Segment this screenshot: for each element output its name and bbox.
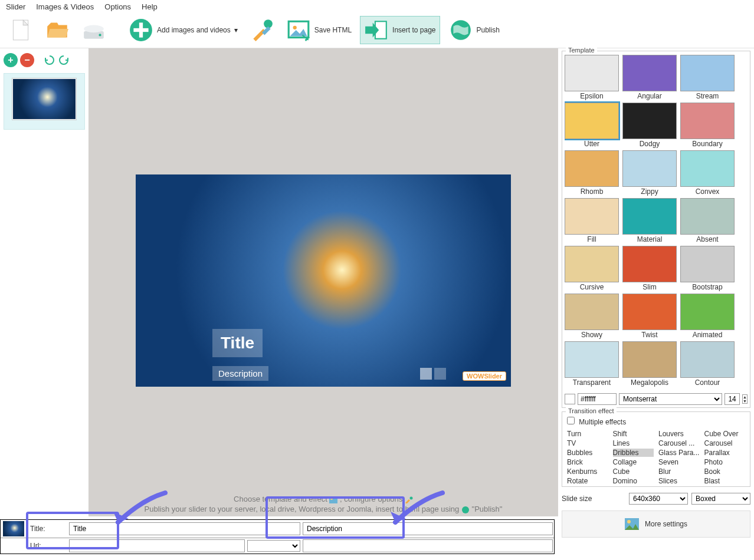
save-html-button[interactable]: Save HTML — [283, 17, 355, 44]
template-item[interactable]: Cursive — [565, 246, 619, 291]
template-thumb — [565, 246, 619, 282]
transition-item[interactable]: Carousel — [704, 439, 746, 447]
transition-item[interactable]: Lines — [613, 439, 654, 447]
url-input[interactable] — [69, 539, 245, 552]
template-item[interactable]: Transparent — [565, 341, 619, 387]
template-item[interactable]: Epsilon — [565, 55, 619, 100]
publish-label: Publish — [477, 26, 500, 34]
slide-thumbnail-selected[interactable] — [4, 73, 85, 130]
preview-description: Description — [212, 366, 268, 381]
transition-item[interactable]: Blur — [658, 467, 700, 476]
template-item[interactable]: Fill — [565, 198, 619, 243]
add-images-button[interactable]: Add images and videos ▾ — [125, 17, 241, 44]
template-item[interactable]: Twist — [622, 294, 677, 339]
menu-slider[interactable]: Slider — [6, 2, 25, 11]
slide-list-panel: + − — [0, 48, 88, 516]
transition-item[interactable]: TV — [567, 439, 608, 447]
transition-item[interactable]: Shift — [613, 430, 654, 438]
transition-item[interactable]: Book — [704, 467, 746, 476]
drive-icon — [81, 18, 106, 42]
tools-icon — [250, 18, 274, 42]
template-item[interactable]: Zippy — [622, 150, 677, 196]
template-thumb — [622, 103, 677, 139]
color-swatch[interactable] — [565, 394, 575, 404]
rotate-right-icon[interactable] — [58, 54, 70, 66]
font-select[interactable]: Montserrat — [619, 393, 722, 405]
template-item[interactable]: Absent — [680, 198, 735, 243]
menu-help[interactable]: Help — [142, 2, 158, 11]
open-button[interactable] — [41, 17, 73, 44]
template-item[interactable]: Utter — [565, 103, 619, 148]
title-input[interactable] — [69, 522, 300, 535]
color-input[interactable] — [578, 393, 617, 405]
transition-item[interactable]: Cube Over — [704, 430, 746, 438]
transition-item[interactable]: Photo — [704, 458, 746, 466]
slide-size-label: Slide size — [562, 495, 592, 503]
template-thumb — [565, 103, 619, 139]
transition-item[interactable]: Bubbles — [567, 449, 608, 457]
hint-text: Choose template and effect , configure o… — [88, 489, 558, 516]
url-target-select[interactable] — [247, 540, 300, 552]
font-size-input[interactable] — [725, 393, 740, 405]
template-thumb — [622, 246, 677, 282]
transition-item[interactable]: Carousel ... — [658, 439, 700, 447]
slide-size-row: Slide size 640x360 Boxed — [562, 493, 750, 505]
insert-to-page-button[interactable]: Insert to page — [360, 16, 440, 44]
transition-item[interactable]: Seven — [658, 458, 700, 466]
template-item[interactable]: Showy — [565, 294, 619, 339]
multiple-effects-checkbox[interactable]: Multiple effects — [567, 418, 626, 426]
template-item[interactable]: Bootstrap — [680, 246, 735, 291]
new-button[interactable] — [5, 17, 37, 44]
transition-item[interactable]: Domino — [613, 477, 654, 484]
font-size-up[interactable]: ▲ — [743, 395, 747, 399]
template-item[interactable]: Stream — [680, 55, 735, 100]
template-item[interactable]: Convex — [680, 150, 735, 196]
transition-item[interactable]: Glass Para... — [658, 449, 700, 457]
publish-button[interactable]: Publish — [445, 17, 503, 44]
template-thumb — [622, 294, 677, 330]
bottom-fields: Title: Url: — [0, 519, 555, 554]
template-item[interactable]: Megalopolis — [622, 341, 677, 387]
dropdown-icon: ▾ — [234, 26, 238, 34]
slide-size-select[interactable]: 640x360 — [629, 493, 688, 505]
template-item[interactable]: Slim — [622, 246, 677, 291]
transition-item[interactable]: Slices — [658, 477, 700, 484]
transition-scroll[interactable]: TurnShiftLouversCube OverTVLinesCarousel… — [565, 429, 748, 484]
rotate-left-icon[interactable] — [44, 54, 55, 66]
menu-options[interactable]: Options — [104, 2, 131, 11]
font-size-down[interactable]: ▼ — [743, 399, 747, 403]
transition-item[interactable]: Collage — [613, 458, 654, 466]
save-project-button[interactable] — [78, 17, 110, 44]
svg-point-2 — [84, 25, 104, 33]
transition-item[interactable]: Louvers — [658, 430, 700, 438]
template-name: Twist — [622, 331, 677, 339]
svg-point-14 — [330, 498, 333, 500]
globe-icon — [461, 506, 470, 514]
template-item[interactable]: Contour — [680, 341, 735, 387]
template-item[interactable]: Material — [622, 198, 677, 243]
slide-mode-select[interactable]: Boxed — [691, 493, 750, 505]
template-item[interactable]: Rhomb — [565, 150, 619, 196]
menu-images-videos[interactable]: Images & Videos — [36, 2, 94, 11]
transition-item[interactable]: Dribbles — [613, 449, 654, 457]
transition-item[interactable]: Kenburns — [567, 467, 608, 476]
transition-item[interactable]: Cube — [613, 467, 654, 476]
transition-item[interactable]: Brick — [567, 458, 608, 466]
more-settings-button[interactable]: More settings — [562, 510, 750, 538]
options-tool-button[interactable] — [246, 17, 278, 44]
template-thumb — [680, 150, 735, 187]
template-scroll[interactable]: EpsilonAngularStreamUtterDodgyBoundaryRh… — [565, 55, 748, 391]
transition-item[interactable]: Rotate — [567, 477, 608, 484]
template-item[interactable]: Boundary — [680, 103, 735, 148]
description-input[interactable] — [303, 522, 553, 535]
template-item[interactable]: Animated — [680, 294, 735, 339]
url-extra-input[interactable] — [303, 539, 553, 552]
transition-item[interactable]: Parallax — [704, 449, 746, 457]
preview-panel: Title Description WOWSlider Choose templ… — [88, 48, 558, 516]
template-item[interactable]: Angular — [622, 55, 677, 100]
remove-slide-button[interactable]: − — [20, 53, 34, 67]
add-slide-button[interactable]: + — [4, 53, 18, 67]
transition-item[interactable]: Blast — [704, 477, 746, 484]
template-item[interactable]: Dodgy — [622, 103, 677, 148]
transition-item[interactable]: Turn — [567, 430, 608, 438]
